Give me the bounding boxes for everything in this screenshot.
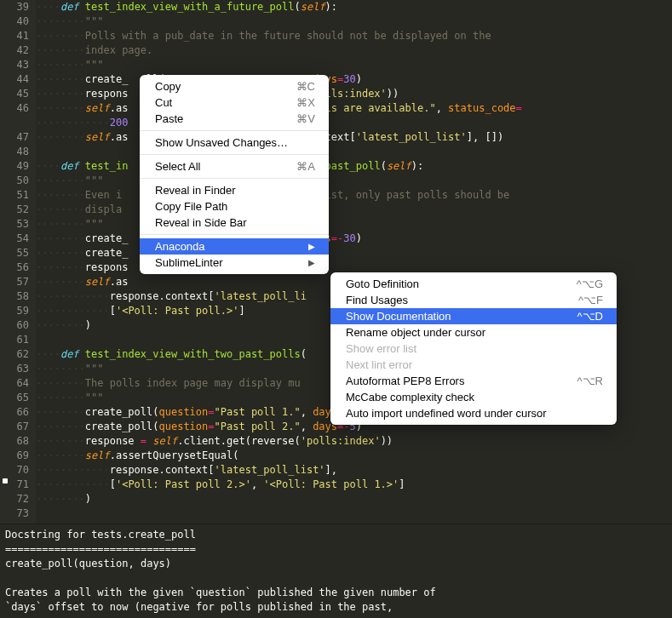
context-menu-item-select-all[interactable]: Select All⌘A xyxy=(140,158,329,175)
line-number: 43 xyxy=(0,58,29,72)
code-line[interactable]: ········self.as olls are available.", st… xyxy=(36,101,672,116)
code-line[interactable]: ········create_ xyxy=(36,246,672,260)
menu-item-label: SublimeLinter xyxy=(155,256,223,269)
menu-shortcut: ⌘V xyxy=(296,112,315,125)
line-number: 47 xyxy=(0,130,29,145)
code-line[interactable]: ············200 xyxy=(36,116,672,130)
code-line[interactable]: ········""" xyxy=(36,174,672,188)
line-number xyxy=(0,116,29,130)
line-number: 44 xyxy=(0,72,29,87)
menu-item-label: Paste xyxy=(155,112,183,125)
anaconda-menu-item-rename-object-under-cursor[interactable]: Rename object under cursor xyxy=(330,324,617,340)
menu-item-label: McCabe complexity check xyxy=(346,391,474,403)
context-menu-item-paste[interactable]: Paste⌘V xyxy=(140,111,329,127)
context-menu-item-cut[interactable]: Cut⌘X xyxy=(140,94,329,111)
menu-shortcut: ^⌥F xyxy=(578,294,603,306)
docstring-panel: Docstring for tests.create_poll=========… xyxy=(0,524,672,618)
menu-item-label: Show Unsaved Changes… xyxy=(155,136,288,149)
line-number: 42 xyxy=(0,43,29,58)
line-number: 58 xyxy=(0,289,29,304)
context-menu-item-copy-file-path[interactable]: Copy File Path xyxy=(140,198,329,215)
anaconda-menu-item-autoformat-pep8-errors[interactable]: Autoformat PEP8 Errors^⌥R xyxy=(330,373,617,389)
code-editor-area[interactable]: ····def test_index_view_with_a_future_po… xyxy=(36,0,672,521)
code-line[interactable]: ········index page. xyxy=(36,43,672,58)
code-line[interactable]: ········self.as ontext['latest_poll_list… xyxy=(36,130,672,145)
menu-item-label: Next lint error xyxy=(346,358,412,371)
line-number: 48 xyxy=(0,145,29,159)
context-menu-separator xyxy=(140,154,329,155)
anaconda-menu-item-show-documentation[interactable]: Show Documentation^⌥D xyxy=(330,308,617,324)
line-number: 54 xyxy=(0,232,29,246)
line-number: 59 xyxy=(0,304,29,318)
anaconda-menu-item-mccabe-complexity-check[interactable]: McCabe complexity check xyxy=(330,389,617,405)
context-menu-item-sublimelinter[interactable]: SublimeLinter▶ xyxy=(140,255,329,271)
code-line[interactable]: ········""" xyxy=(36,14,672,29)
code-line[interactable]: ········create_ ays=-30) xyxy=(36,232,672,246)
line-number: 49 xyxy=(0,159,29,174)
menu-item-label: Select All xyxy=(155,160,200,173)
line-number: 39 xyxy=(0,0,29,14)
line-number: 46 xyxy=(0,101,29,116)
line-number: 40 xyxy=(0,14,29,29)
code-line[interactable]: ········self.assertQuerysetEqual( xyxy=(36,449,672,463)
code-line[interactable]: ····def test_in d_past_poll(self): xyxy=(36,159,672,174)
context-menu-item-anaconda[interactable]: Anaconda▶ xyxy=(140,238,329,255)
context-menu-item-show-unsaved-changes[interactable]: Show Unsaved Changes… xyxy=(140,134,329,151)
context-menu[interactable]: Copy⌘CCut⌘XPaste⌘VShow Unsaved Changes…S… xyxy=(140,75,329,274)
line-number: 41 xyxy=(0,29,29,43)
menu-item-label: Copy File Path xyxy=(155,200,227,213)
menu-item-label: Show Documentation xyxy=(346,310,451,323)
line-number: 63 xyxy=(0,362,29,376)
code-line[interactable]: ········Even i exist, only past polls sh… xyxy=(36,188,672,203)
menu-item-label: Find Usages xyxy=(346,294,408,306)
context-menu-item-reveal-in-finder[interactable]: Reveal in Finder xyxy=(140,182,329,198)
menu-shortcut: ⌘A xyxy=(296,160,315,173)
line-number: 57 xyxy=(0,275,29,289)
menu-item-label: Reveal in Side Bar xyxy=(155,216,247,229)
menu-shortcut: ⌘X xyxy=(296,96,315,109)
menu-item-label: Copy xyxy=(155,80,181,93)
code-line[interactable]: ········respons polls:index')) xyxy=(36,87,672,101)
line-number: 70 xyxy=(0,463,29,478)
line-number: 60 xyxy=(0,318,29,333)
context-menu-separator xyxy=(140,130,329,131)
chevron-right-icon: ▶ xyxy=(308,258,315,267)
menu-shortcut: ^⌥R xyxy=(577,375,604,387)
menu-item-label: Goto Definition xyxy=(346,278,419,290)
code-line[interactable]: ········Polls with a pub_date in the fut… xyxy=(36,29,672,43)
menu-item-label: Autoformat PEP8 Errors xyxy=(346,375,464,387)
code-line[interactable]: ········) xyxy=(36,492,672,506)
line-number: 67 xyxy=(0,420,29,434)
context-menu-separator xyxy=(140,178,329,179)
line-number: 68 xyxy=(0,434,29,449)
menu-item-label: Auto import undefined word under cursor xyxy=(346,407,547,420)
code-line[interactable]: ········""" xyxy=(36,58,672,72)
anaconda-menu-item-find-usages[interactable]: Find Usages^⌥F xyxy=(330,292,617,308)
context-menu-separator xyxy=(140,234,329,235)
code-line[interactable] xyxy=(36,506,672,521)
line-number: 51 xyxy=(0,188,29,203)
anaconda-submenu[interactable]: Goto Definition^⌥GFind Usages^⌥FShow Doc… xyxy=(330,272,617,425)
code-line[interactable]: ········response = self.client.get(rever… xyxy=(36,434,672,449)
line-number: 61 xyxy=(0,333,29,347)
line-number: 45 xyxy=(0,87,29,101)
context-menu-item-copy[interactable]: Copy⌘C xyxy=(140,78,329,94)
code-line[interactable]: ············response.context['latest_pol… xyxy=(36,463,672,478)
code-line[interactable] xyxy=(36,145,672,159)
code-line[interactable]: ········displa xyxy=(36,203,672,217)
anaconda-menu-item-auto-import-undefined-word-under-cursor[interactable]: Auto import undefined word under cursor xyxy=(330,405,617,421)
code-line[interactable]: ····def test_index_view_with_a_future_po… xyxy=(36,0,672,14)
code-line[interactable]: ········create_ ll( days=30) xyxy=(36,72,672,87)
anaconda-menu-item-goto-definition[interactable]: Goto Definition^⌥G xyxy=(330,276,617,292)
menu-item-label: Cut xyxy=(155,96,172,109)
chevron-right-icon: ▶ xyxy=(308,242,315,251)
code-line[interactable]: ········""" xyxy=(36,217,672,232)
code-line[interactable]: ············['<Poll: Past poll 2.>', '<P… xyxy=(36,478,672,492)
modified-line-marker-icon xyxy=(3,478,8,484)
menu-shortcut: ^⌥D xyxy=(577,310,604,323)
context-menu-item-reveal-in-side-bar[interactable]: Reveal in Side Bar xyxy=(140,215,329,231)
line-number: 72 xyxy=(0,492,29,506)
line-number: 53 xyxy=(0,217,29,232)
menu-item-label: Anaconda xyxy=(155,240,205,253)
line-number: 56 xyxy=(0,260,29,275)
